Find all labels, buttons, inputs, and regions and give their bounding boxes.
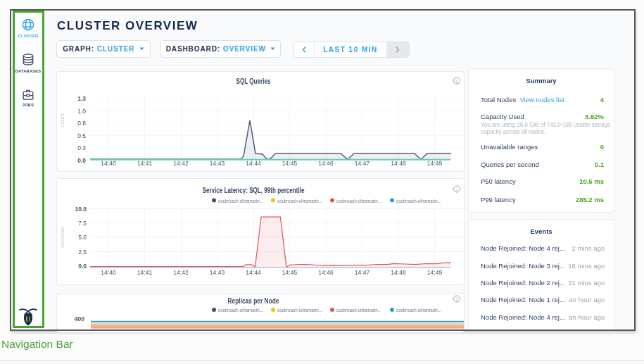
svg-text:Replicas per Node: Replicas per Node xyxy=(228,297,279,305)
svg-text:14:41: 14:41 xyxy=(137,269,153,276)
svg-text:0.5: 0.5 xyxy=(77,132,86,139)
svg-text:14:43: 14:43 xyxy=(210,269,225,276)
svg-text:cockroach-ultramarin...: cockroach-ultramarin... xyxy=(336,307,381,313)
svg-text:0.0: 0.0 xyxy=(78,263,87,270)
svg-text:14:47: 14:47 xyxy=(355,269,370,276)
svg-text:14:45: 14:45 xyxy=(282,269,298,276)
svg-text:14:46: 14:46 xyxy=(318,269,334,276)
svg-text:14:40: 14:40 xyxy=(101,160,116,167)
svg-text:seconds: seconds xyxy=(59,227,65,248)
svg-text:14:40: 14:40 xyxy=(101,269,116,276)
svg-text:cockroach-ultramarin...: cockroach-ultramarin... xyxy=(277,307,322,313)
svg-text:14:49: 14:49 xyxy=(427,160,443,167)
svg-text:cockroach-ultramarin...: cockroach-ultramarin... xyxy=(336,198,381,204)
svg-text:cockroach-ultramarin...: cockroach-ultramarin... xyxy=(277,198,322,204)
svg-text:10.0: 10.0 xyxy=(75,206,87,213)
svg-text:14:47: 14:47 xyxy=(355,160,370,167)
svg-text:14:49: 14:49 xyxy=(427,269,443,276)
svg-text:0.0: 0.0 xyxy=(77,157,86,164)
svg-text:cockroach-ultramarin...: cockroach-ultramarin... xyxy=(396,307,441,313)
svg-text:cockroach-ultramarin...: cockroach-ultramarin... xyxy=(218,307,263,313)
svg-text:1.0: 1.0 xyxy=(77,108,86,115)
svg-text:14:48: 14:48 xyxy=(391,269,406,276)
svg-text:14:44: 14:44 xyxy=(246,160,261,167)
svg-text:14:45: 14:45 xyxy=(282,160,298,167)
svg-text:14:43: 14:43 xyxy=(210,160,225,167)
svg-text:count: count xyxy=(59,113,65,127)
svg-text:i: i xyxy=(456,78,457,84)
svg-text:14:48: 14:48 xyxy=(391,160,406,167)
svg-text:Service Latency: SQL, 99th per: Service Latency: SQL, 99th percentile xyxy=(203,187,305,194)
svg-text:1.3: 1.3 xyxy=(77,95,86,102)
svg-text:14:42: 14:42 xyxy=(173,269,189,276)
svg-text:0.3: 0.3 xyxy=(77,144,86,151)
svg-text:cockroach-ultramarin...: cockroach-ultramarin... xyxy=(218,198,263,204)
svg-text:i: i xyxy=(456,187,457,193)
svg-text:cockroach-ultramarin...: cockroach-ultramarin... xyxy=(396,198,441,204)
svg-text:14:42: 14:42 xyxy=(173,160,189,167)
svg-text:2.5: 2.5 xyxy=(78,249,87,256)
svg-text:SQL Queries: SQL Queries xyxy=(236,77,271,85)
svg-text:5.0: 5.0 xyxy=(78,234,87,241)
svg-text:7.5: 7.5 xyxy=(78,220,87,227)
svg-text:i: i xyxy=(456,296,457,303)
svg-text:14:44: 14:44 xyxy=(246,269,261,276)
svg-text:14:41: 14:41 xyxy=(137,160,153,167)
svg-text:14:46: 14:46 xyxy=(318,160,334,167)
svg-text:0.8: 0.8 xyxy=(77,120,86,127)
svg-text:400: 400 xyxy=(75,315,84,322)
